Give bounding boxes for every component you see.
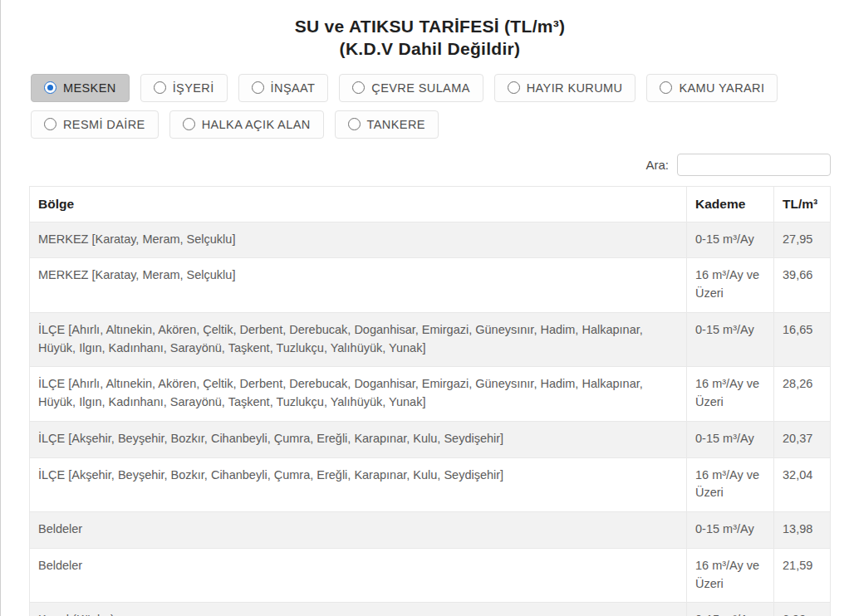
cell-value: 28,26 xyxy=(774,367,831,422)
page-title-line1: SU ve ATIKSU TARİFESİ (TL/m³) xyxy=(29,15,831,37)
cell-bolge: İLÇE [Ahırlı, Altınekin, Akören, Çeltik,… xyxy=(30,312,687,367)
filter-option-tankere[interactable]: TANKERE xyxy=(335,110,439,139)
radio-icon xyxy=(154,81,166,94)
cell-bolge: Beldeler xyxy=(30,512,687,549)
cell-bolge: Beldeler xyxy=(30,548,687,603)
filter-label: İŞYERİ xyxy=(173,81,214,95)
filter-label: KAMU YARARI xyxy=(679,81,764,95)
filter-option--evre-sulama[interactable]: ÇEVRE SULAMA xyxy=(339,74,483,102)
cell-kademe: 16 m³/Ay ve Üzeri xyxy=(687,367,774,422)
radio-icon xyxy=(660,81,672,94)
cell-value: 6,99 xyxy=(774,603,831,616)
page-title: SU ve ATIKSU TARİFESİ (TL/m³) (K.D.V Dah… xyxy=(29,15,831,61)
search-row: Ara: xyxy=(29,154,831,176)
radio-icon xyxy=(348,118,361,130)
filter-label: RESMİ DAİRE xyxy=(63,118,145,131)
filter-option-kamu-yarari[interactable]: KAMU YARARI xyxy=(646,74,778,102)
filter-option-i-n-aat[interactable]: İNŞAAT xyxy=(238,74,329,102)
cell-value: 16,65 xyxy=(774,312,831,367)
table-row: Kırsal (Köyler) 0-15 m³/Ay 6,99 xyxy=(30,603,831,616)
filter-label: ÇEVRE SULAMA xyxy=(371,81,469,95)
table-header-row: Bölge Kademe TL/m³ xyxy=(30,186,831,222)
table-row: İLÇE [Ahırlı, Altınekin, Akören, Çeltik,… xyxy=(30,312,831,367)
table-row: MERKEZ [Karatay, Meram, Selçuklu] 0-15 m… xyxy=(30,222,831,258)
radio-dot-icon xyxy=(47,85,53,90)
filter-label: HAYIR KURUMU xyxy=(527,81,623,95)
column-header-tlm3: TL/m³ xyxy=(774,186,831,222)
cell-kademe: 0-15 m³/Ay xyxy=(687,603,774,616)
cell-value: 32,04 xyxy=(774,457,831,512)
cell-value: 21,59 xyxy=(774,548,831,603)
cell-kademe: 0-15 m³/Ay xyxy=(687,512,774,549)
filter-label: TANKERE xyxy=(367,118,425,131)
cell-bolge: MERKEZ [Karatay, Meram, Selçuklu] xyxy=(30,258,687,313)
radio-icon xyxy=(44,81,56,94)
radio-icon xyxy=(352,81,365,94)
cell-value: 39,66 xyxy=(774,258,831,313)
search-input[interactable] xyxy=(677,154,831,176)
cell-kademe: 0-15 m³/Ay xyxy=(687,312,774,367)
cell-bolge: İLÇE [Ahırlı, Altınekin, Akören, Çeltik,… xyxy=(30,367,687,422)
cell-bolge: MERKEZ [Karatay, Meram, Selçuklu] xyxy=(30,222,687,258)
search-label: Ara: xyxy=(645,158,669,172)
filter-option-mesken[interactable]: MESKEN xyxy=(31,74,130,102)
filter-label: MESKEN xyxy=(63,81,116,95)
cell-bolge: İLÇE [Akşehir, Beyşehir, Bozkır, Cihanbe… xyxy=(30,457,687,512)
filter-option-i-yeri-[interactable]: İŞYERİ xyxy=(140,74,228,102)
cell-bolge: Kırsal (Köyler) xyxy=(30,603,687,616)
cell-kademe: 16 m³/Ay ve Üzeri xyxy=(687,258,774,313)
table-row: İLÇE [Ahırlı, Altınekin, Akören, Çeltik,… xyxy=(30,367,831,422)
filter-label: İNŞAAT xyxy=(271,81,316,95)
table-row: MERKEZ [Karatay, Meram, Selçuklu] 16 m³/… xyxy=(30,258,831,313)
cell-kademe: 16 m³/Ay ve Üzeri xyxy=(687,548,774,603)
page-title-line2: (K.D.V Dahil Değildir) xyxy=(29,37,831,60)
page: SU ve ATIKSU TARİFESİ (TL/m³) (K.D.V Dah… xyxy=(1,0,849,616)
radio-icon xyxy=(508,81,520,94)
cell-kademe: 16 m³/Ay ve Üzeri xyxy=(687,457,774,512)
filter-label: HALKA AÇIK ALAN xyxy=(202,118,311,131)
table-row: İLÇE [Akşehir, Beyşehir, Bozkır, Cihanbe… xyxy=(30,457,831,512)
filter-option-resmi-dai-re[interactable]: RESMİ DAİRE xyxy=(31,110,159,139)
radio-icon xyxy=(252,81,264,94)
cell-kademe: 0-15 m³/Ay xyxy=(687,222,774,258)
radio-icon xyxy=(183,118,195,130)
filter-option-halka-a-ik-alan[interactable]: HALKA AÇIK ALAN xyxy=(169,110,324,139)
cell-value: 27,95 xyxy=(774,222,831,258)
tariff-table: Bölge Kademe TL/m³ MERKEZ [Karatay, Mera… xyxy=(29,186,831,616)
radio-icon xyxy=(44,118,56,130)
column-header-kademe: Kademe xyxy=(687,186,774,222)
tariff-type-filter-group: MESKEN İŞYERİ İNŞAAT ÇEVRE SULAMA HAYIR … xyxy=(31,74,831,139)
filter-option-hayir-kurumu[interactable]: HAYIR KURUMU xyxy=(494,74,636,102)
cell-value: 13,98 xyxy=(774,512,831,549)
cell-value: 20,37 xyxy=(774,421,831,457)
table-row: Beldeler 0-15 m³/Ay 13,98 xyxy=(30,512,831,549)
table-row: Beldeler 16 m³/Ay ve Üzeri 21,59 xyxy=(30,548,831,603)
cell-kademe: 0-15 m³/Ay xyxy=(687,421,774,457)
table-row: İLÇE [Akşehir, Beyşehir, Bozkır, Cihanbe… xyxy=(30,421,831,457)
cell-bolge: İLÇE [Akşehir, Beyşehir, Bozkır, Cihanbe… xyxy=(30,421,687,457)
column-header-bolge: Bölge xyxy=(30,186,687,222)
